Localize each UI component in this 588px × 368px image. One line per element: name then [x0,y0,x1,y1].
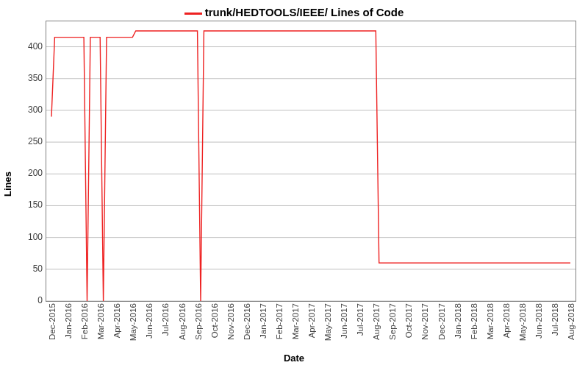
x-tick-label: Jul-2018 [551,303,559,336]
x-tick-label: Nov-2017 [420,303,429,340]
y-tick-label: 0 [18,295,43,305]
x-tick-label: Jul-2017 [356,303,365,336]
x-tick-label: Jan-2017 [259,303,268,339]
legend-swatch [184,13,202,15]
x-tick-label: Aug-2018 [567,303,576,340]
x-tick-label: May-2017 [323,303,332,341]
x-tick-label: Jun-2016 [145,303,154,339]
x-tick-label: Jul-2016 [161,303,170,336]
x-tick-label: Jun-2018 [534,303,543,339]
y-tick-label: 400 [18,41,43,52]
x-tick-label: Mar-2017 [291,303,300,339]
x-tick-label: Aug-2016 [178,303,187,340]
y-tick-label: 250 [18,136,43,146]
x-tick-label: Nov-2016 [226,303,235,340]
x-tick-label: Dec-2016 [243,303,251,340]
x-tick-label: Feb-2018 [470,303,478,339]
y-tick-label: 200 [18,168,43,178]
x-tick-label: Apr-2018 [502,303,511,338]
x-tick-label: Jun-2017 [340,303,348,339]
y-tick-label: 150 [18,199,43,210]
x-tick-label: Apr-2017 [307,303,316,338]
x-tick-label: Dec-2017 [437,303,446,340]
chart-title: trunk/HEDTOOLS/IEEE/ Lines of Code [0,6,588,18]
x-tick-label: Sep-2016 [194,303,203,340]
x-tick-label: May-2016 [129,303,137,341]
x-tick-label: May-2018 [518,303,527,341]
x-tick-label: Oct-2016 [210,303,219,338]
x-tick-label: Oct-2017 [404,303,413,338]
x-tick-label: Feb-2017 [275,303,284,339]
x-tick-label: Jan-2018 [453,303,462,339]
y-tick-label: 50 [18,263,43,274]
x-tick-label: Mar-2016 [96,303,105,339]
x-tick-label: Feb-2016 [80,303,89,339]
chart-container: trunk/HEDTOOLS/IEEE/ Lines of Code Lines… [0,0,588,368]
x-tick-label: Jan-2016 [64,303,73,339]
x-tick-label: Sep-2017 [388,303,397,340]
plot-area [46,21,576,302]
y-tick-label: 300 [18,105,43,115]
x-tick-label: Dec-2015 [48,303,57,340]
x-tick-label: Aug-2017 [372,303,381,340]
chart-svg [46,21,576,301]
title-text: trunk/HEDTOOLS/IEEE/ Lines of Code [205,6,404,18]
y-tick-label: 350 [18,73,43,83]
x-tick-label: Apr-2016 [112,303,121,338]
x-tick-label: Mar-2018 [486,303,495,339]
y-axis-label: Lines [2,171,13,197]
y-tick-label: 100 [18,232,43,242]
x-axis-label: Date [0,353,588,364]
